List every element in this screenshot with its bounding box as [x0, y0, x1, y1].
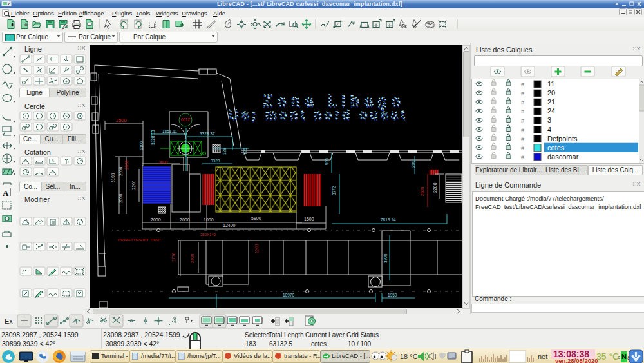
svg-text:2100: 2100 [180, 117, 190, 122]
svg-text:35 °C: 35 °C [596, 351, 619, 362]
svg-text:dascomar: dascomar [547, 153, 579, 161]
svg-text:Defpoints: Defpoints [547, 135, 578, 142]
svg-text:128: 128 [222, 148, 227, 155]
svg-text:5900: 5900 [251, 216, 261, 221]
svg-text:#: # [521, 99, 524, 106]
svg-text:#: # [521, 90, 524, 97]
svg-text:2858: 2858 [124, 160, 129, 170]
svg-text:3000: 3000 [158, 160, 168, 164]
svg-text:4: 4 [547, 126, 551, 133]
svg-text:1776: 1776 [171, 252, 176, 262]
svg-text:5100: 5100 [111, 173, 115, 182]
svg-text:18 °C: 18 °C [400, 353, 418, 360]
svg-text:3328.37: 3328.37 [200, 132, 215, 136]
svg-text:21: 21 [547, 98, 555, 106]
svg-text:3800: 3800 [383, 253, 388, 263]
svg-text:2000: 2000 [180, 217, 190, 222]
svg-text:3: 3 [547, 116, 551, 124]
svg-text:1950: 1950 [388, 293, 397, 297]
svg-text:#: # [521, 136, 524, 142]
svg-text:7813.14: 7813.14 [381, 217, 396, 222]
svg-text:250X140: 250X140 [200, 233, 216, 237]
svg-text:#: # [521, 127, 524, 133]
svg-text:1851.11: 1851.11 [162, 129, 177, 133]
svg-text:3228.13: 3228.13 [151, 130, 155, 145]
svg-text:3772: 3772 [332, 186, 336, 195]
svg-text:12400: 12400 [223, 223, 236, 228]
svg-text:2200: 2200 [433, 182, 437, 193]
svg-text:11: 11 [547, 80, 554, 88]
svg-text:2200: 2200 [131, 180, 136, 190]
svg-text:#: # [521, 117, 524, 124]
svg-text:500: 500 [325, 158, 329, 165]
svg-text:A: A [52, 170, 54, 173]
svg-text:2400: 2400 [190, 253, 194, 263]
svg-text:20: 20 [547, 89, 555, 97]
svg-text:10970: 10970 [283, 293, 294, 297]
svg-text:A: A [52, 159, 54, 162]
svg-text:2000: 2000 [118, 166, 123, 176]
svg-text:#: # [521, 81, 524, 88]
svg-text:3328: 3328 [211, 159, 220, 163]
svg-text:A: A [3, 188, 9, 198]
svg-text:#: # [521, 154, 524, 161]
svg-text:2600: 2600 [420, 186, 424, 196]
svg-text:Ex: Ex [5, 317, 13, 325]
svg-text:A: A [24, 159, 27, 162]
svg-text:728: 728 [243, 148, 247, 155]
svg-text:POZZETTO/GRIT TRAP: POZZETTO/GRIT TRAP [118, 238, 160, 242]
svg-text:#: # [521, 108, 524, 115]
svg-text:Ue; mont nord ouest: Ue; mont nord ouest [229, 106, 408, 121]
svg-text:cotes: cotes [547, 144, 565, 152]
svg-text:1000: 1000 [204, 217, 214, 222]
svg-text:1200: 1200 [254, 244, 259, 253]
svg-text:#: # [521, 145, 524, 152]
svg-text:2000: 2000 [151, 217, 161, 222]
svg-text:2500: 2500 [116, 117, 127, 123]
svg-text:N: N [621, 353, 627, 360]
svg-text:ven.28/08/2020: ven.28/08/2020 [555, 357, 598, 363]
svg-text:c: c [618, 354, 621, 360]
svg-text:net: net [538, 353, 547, 360]
svg-text:24: 24 [547, 107, 555, 115]
svg-text:1500: 1500 [304, 217, 314, 221]
svg-text:2000: 2000 [118, 193, 123, 203]
